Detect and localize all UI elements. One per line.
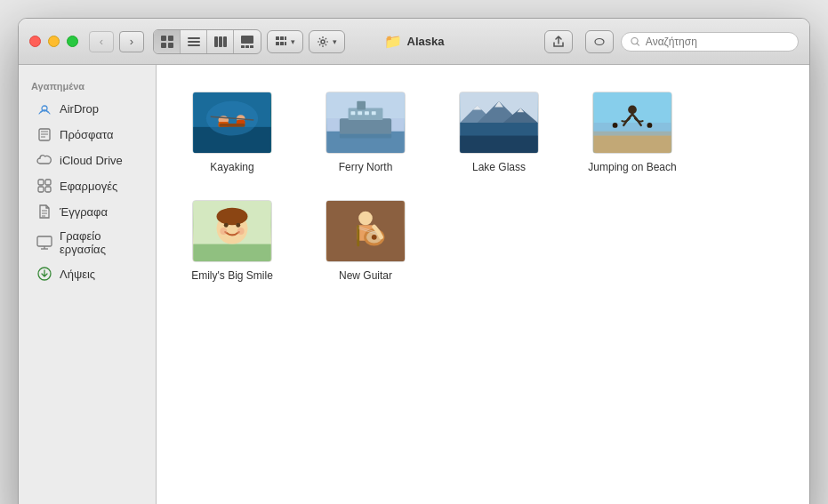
svg-rect-31 [45,187,51,192]
file-item-emily-big-smile[interactable]: Emily's Big Smile [183,200,281,282]
file-item-lake-glass[interactable]: Lake Glass [450,92,548,173]
svg-point-72 [613,123,618,128]
downloads-icon [36,266,52,282]
svg-rect-70 [593,123,671,136]
svg-rect-88 [357,225,359,246]
sidebar-item-icloud[interactable]: iCloud Drive [24,148,150,172]
svg-point-83 [358,212,373,226]
svg-rect-9 [223,36,227,47]
svg-rect-17 [276,42,279,45]
nav-buttons: ‹ › [89,31,144,52]
titlebar: ‹ › [19,19,809,65]
svg-rect-54 [350,111,355,115]
sidebar-item-airdrop[interactable]: AirDrop [24,96,150,121]
svg-point-80 [220,228,227,235]
thumbnail-lake [459,92,539,154]
sidebar-label-desktop: Γραφείο εργασίας [60,229,138,256]
window-title: 📁 Alaska [384,33,445,50]
forward-button[interactable]: › [119,31,144,52]
airdrop-icon [36,100,52,116]
svg-rect-18 [280,42,284,45]
sidebar-label-apps: Εφαρμογές [60,180,117,193]
finder-window: ‹ › [18,18,810,504]
svg-rect-19 [285,42,286,45]
svg-point-73 [647,123,653,128]
sidebar-item-desktop[interactable]: Γραφείο εργασίας [24,225,150,260]
svg-rect-8 [219,36,222,47]
sidebar-label-airdrop: AirDrop [60,102,99,116]
view-controls [153,29,261,54]
sidebar-label-docs: Έγγραφα [60,205,108,219]
svg-rect-56 [365,111,369,115]
file-item-ferry-north[interactable]: Ferry North [317,92,414,173]
maximize-button[interactable] [67,36,78,47]
svg-rect-3 [168,43,173,48]
desktop-icon [36,235,52,251]
thumbnail-guitar [326,200,406,262]
sidebar-item-docs[interactable]: Έγγραφα [24,199,150,224]
svg-rect-4 [188,37,200,39]
gallery-view-button[interactable] [234,30,261,53]
svg-rect-75 [193,244,270,261]
recent-icon [36,126,52,142]
sidebar-label-downloads: Λήψεις [60,268,95,281]
svg-point-20 [321,40,325,44]
back-button[interactable]: ‹ [89,31,114,52]
svg-rect-13 [250,45,253,48]
sidebar-label-icloud: iCloud Drive [60,154,123,167]
folder-icon: 📁 [384,33,402,50]
apps-icon [36,178,52,194]
file-label-lake-glass: Lake Glass [472,161,526,173]
svg-rect-53 [357,101,366,110]
svg-rect-14 [276,36,279,40]
sidebar-label-recent: Πρόσφατα [60,128,113,141]
svg-rect-55 [358,111,362,115]
sidebar-item-recent[interactable]: Πρόσφατα [24,122,150,147]
group-button[interactable]: ▾ [267,30,303,53]
column-view-button[interactable] [207,30,234,53]
svg-rect-67 [460,136,537,153]
minimize-button[interactable] [48,36,60,47]
svg-rect-16 [285,36,286,40]
svg-rect-7 [214,36,218,47]
search-icon [631,36,640,47]
file-label-ferry-north: Ferry North [339,161,393,173]
svg-rect-28 [38,180,44,185]
thumbnail-ferry [326,92,406,154]
icon-view-button[interactable] [154,30,181,53]
tag-button[interactable] [585,30,614,53]
svg-rect-0 [161,36,166,41]
title-text: Alaska [407,35,445,48]
svg-rect-57 [372,111,376,115]
share-button[interactable] [544,30,573,53]
sidebar: Αγαπημένα AirDrop [19,65,157,504]
svg-rect-46 [219,124,245,127]
chevron-down-icon-2: ▾ [333,37,337,46]
traffic-lights [29,36,78,47]
file-item-kayaking[interactable]: Kayaking [183,92,281,173]
sidebar-item-apps[interactable]: Εφαρμογές [24,173,150,198]
file-label-jumping-on-beach: Jumping on Beach [588,161,676,173]
file-item-jumping-on-beach[interactable]: Jumping on Beach [583,92,681,173]
sidebar-item-downloads[interactable]: Λήψεις [24,261,150,286]
svg-point-78 [224,223,229,228]
close-button[interactable] [29,36,41,47]
svg-rect-5 [188,41,200,43]
sidebar-section-favorites: Αγαπημένα [19,76,156,95]
search-input[interactable] [646,36,789,48]
svg-point-77 [217,208,248,225]
svg-rect-12 [245,45,249,48]
search-bar[interactable] [621,32,799,52]
thumbnail-beach [592,92,672,154]
svg-rect-30 [38,187,44,192]
content-area: Αγαπημένα AirDrop [19,65,809,504]
icloud-icon [36,152,52,168]
file-item-new-guitar[interactable]: New Guitar [317,200,414,282]
settings-button[interactable]: ▾ [309,30,345,53]
svg-point-21 [595,38,604,44]
thumbnail-emily [192,200,272,262]
thumbnail-kayaking [192,92,272,154]
svg-point-87 [372,235,377,240]
list-view-button[interactable] [181,30,207,53]
file-label-emily-big-smile: Emily's Big Smile [191,269,273,282]
